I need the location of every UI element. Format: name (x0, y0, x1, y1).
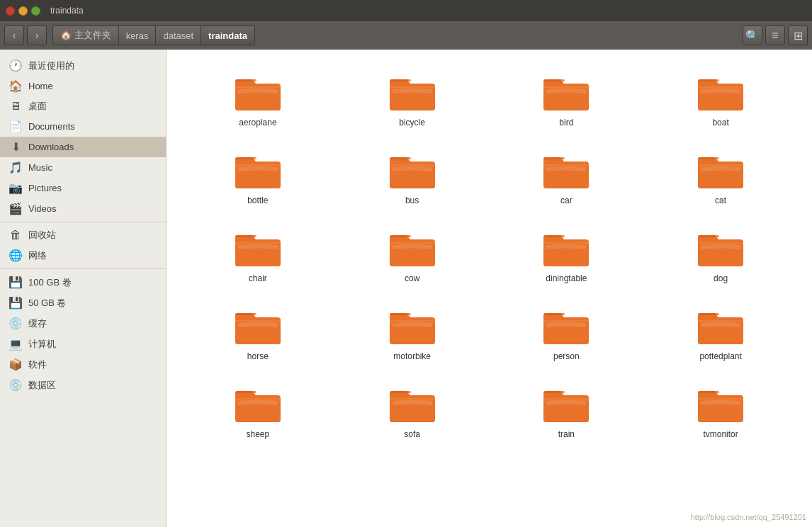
folder-item-person[interactable]: person (497, 298, 637, 368)
breadcrumb-home[interactable]: 🏠 主文件夹 (53, 26, 119, 45)
sidebar-item-videos[interactable]: 🎬 Videos (0, 198, 166, 219)
toolbar: ‹ › 🏠 主文件夹 keras dataset traindata 🔍 ≡ ⊞ (0, 21, 812, 50)
sidebar-item-50-gb-卷[interactable]: 💾 50 GB 卷 (0, 293, 166, 313)
svg-rect-7 (698, 157, 719, 159)
svg-rect-10 (543, 235, 565, 237)
sidebar-label: 50 GB 卷 (28, 297, 66, 310)
file-grid: aeroplane bicycle bird (188, 64, 791, 446)
svg-rect-18 (543, 391, 565, 393)
folder-item-aeroplane[interactable]: aeroplane (188, 64, 328, 135)
svg-rect-1 (390, 79, 411, 81)
sidebar-label: 网络 (28, 249, 47, 262)
forward-button[interactable]: › (27, 26, 47, 45)
folder-item-dog[interactable]: dog (650, 220, 791, 290)
sidebar-label: Videos (28, 203, 57, 214)
folder-icon (695, 149, 746, 191)
sidebar-icon: 💿 (9, 317, 23, 330)
folder-item-sheep[interactable]: sheep (188, 375, 328, 446)
folder-item-pottedplant[interactable]: pottedplant (650, 298, 791, 368)
sidebar-item-回收站[interactable]: 🗑 回收站 (0, 225, 166, 245)
svg-rect-13 (390, 313, 411, 315)
sidebar-divider (0, 222, 166, 222)
folder-label: boat (712, 118, 728, 128)
sidebar-icon: 🎵 (9, 161, 23, 174)
file-area: aeroplane bicycle bird (167, 50, 812, 527)
folder-label: horse (247, 351, 269, 361)
close-button[interactable] (6, 6, 15, 16)
folder-icon (387, 149, 438, 191)
folder-label: car (560, 196, 573, 205)
folder-item-diningtable[interactable]: diningtable (497, 220, 637, 290)
folder-label: bird (559, 118, 573, 128)
sidebar-item-documents[interactable]: 📄 Documents (0, 116, 166, 137)
svg-rect-17 (390, 391, 411, 393)
sidebar-icon: 🗑 (9, 229, 23, 242)
breadcrumb-traindata[interactable]: traindata (201, 26, 254, 45)
sidebar-icon: 💿 (9, 378, 23, 392)
folder-label: chair (249, 273, 267, 283)
folder-item-bottle[interactable]: bottle (188, 142, 328, 212)
sidebar-item-pictures[interactable]: 📷 Pictures (0, 178, 166, 198)
sidebar-label: 计算机 (28, 338, 56, 351)
sidebar-item-数据区[interactable]: 💿 数据区 (0, 375, 166, 395)
search-button[interactable]: 🔍 (743, 26, 762, 45)
folder-label: aeroplane (239, 118, 276, 128)
folder-label: pottedplant (699, 351, 741, 361)
folder-item-chair[interactable]: chair (188, 220, 328, 290)
sidebar-icon: 💾 (9, 276, 23, 289)
breadcrumb: 🏠 主文件夹 keras dataset traindata (52, 26, 255, 45)
folder-icon (232, 382, 283, 425)
sidebar-icon: 📦 (9, 358, 23, 371)
folder-item-sofa[interactable]: sofa (342, 375, 483, 446)
folder-item-tvmonitor[interactable]: tvmonitor (650, 375, 791, 446)
watermark: http://blog.csdn.net/qq_25491201 (691, 513, 806, 521)
folder-item-cat[interactable]: cat (650, 142, 791, 212)
sidebar-item-最近使用的[interactable]: 🕐 最近使用的 (0, 55, 166, 76)
breadcrumb-keras[interactable]: keras (119, 26, 157, 45)
svg-rect-14 (543, 313, 565, 315)
sidebar-item-桌面[interactable]: 🖥 桌面 (0, 96, 166, 116)
folder-item-bird[interactable]: bird (497, 64, 637, 135)
folder-icon (541, 227, 592, 269)
folder-item-boat[interactable]: boat (650, 64, 791, 135)
folder-item-bus[interactable]: bus (342, 142, 483, 212)
sidebar-icon: 🎬 (9, 202, 23, 215)
svg-rect-2 (543, 79, 565, 81)
sidebar: 🕐 最近使用的🏠 Home🖥 桌面📄 Documents⬇ Downloads🎵… (0, 50, 167, 527)
sidebar-item-100-gb-卷[interactable]: 💾 100 GB 卷 (0, 272, 166, 293)
folder-icon (695, 71, 746, 113)
folder-icon (387, 382, 438, 425)
sidebar-label: Music (28, 162, 52, 173)
folder-icon (541, 149, 592, 191)
folder-label: dog (714, 273, 728, 283)
folder-item-cow[interactable]: cow (342, 220, 483, 290)
folder-icon (695, 305, 746, 347)
maximize-button[interactable] (31, 6, 40, 16)
svg-rect-5 (390, 157, 411, 159)
grid-view-button[interactable]: ⊞ (788, 26, 808, 45)
sidebar-item-music[interactable]: 🎵 Music (0, 157, 166, 178)
sidebar-icon: 📷 (9, 181, 23, 195)
svg-rect-12 (235, 313, 256, 315)
folder-icon (387, 305, 438, 347)
list-view-button[interactable]: ≡ (765, 26, 785, 45)
folder-label: person (553, 351, 580, 361)
folder-item-motorbike[interactable]: motorbike (342, 298, 483, 368)
folder-icon (541, 71, 592, 113)
sidebar-item-网络[interactable]: 🌐 网络 (0, 245, 166, 266)
sidebar-item-缓存[interactable]: 💿 缓存 (0, 313, 166, 334)
back-button[interactable]: ‹ (4, 26, 24, 45)
svg-rect-16 (235, 391, 256, 393)
sidebar-icon: 🖥 (9, 100, 23, 113)
sidebar-item-计算机[interactable]: 💻 计算机 (0, 334, 166, 354)
folder-item-car[interactable]: car (497, 142, 637, 212)
sidebar-item-downloads[interactable]: ⬇ Downloads (0, 137, 166, 157)
breadcrumb-dataset[interactable]: dataset (156, 26, 201, 45)
sidebar-item-home[interactable]: 🏠 Home (0, 76, 166, 96)
folder-item-horse[interactable]: horse (188, 298, 328, 368)
sidebar-label: Documents (28, 121, 75, 132)
sidebar-item-软件[interactable]: 📦 软件 (0, 354, 166, 375)
folder-item-bicycle[interactable]: bicycle (342, 64, 483, 135)
minimize-button[interactable] (18, 6, 28, 16)
folder-item-train[interactable]: train (497, 375, 637, 446)
